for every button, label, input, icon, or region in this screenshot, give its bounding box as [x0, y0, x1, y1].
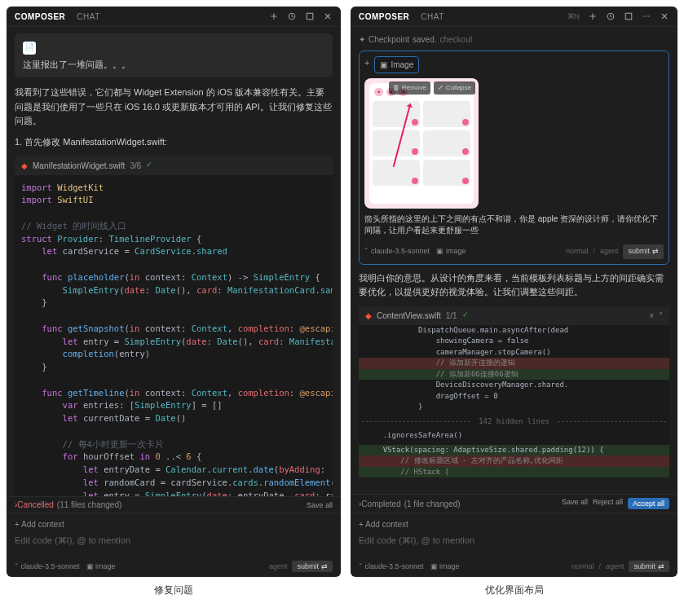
history-icon[interactable]	[287, 11, 297, 21]
edit-input[interactable]: Edit code (⌘I), @ to mention	[15, 532, 333, 549]
svg-point-4	[643, 15, 645, 17]
accept-all-button[interactable]: Accept all	[628, 498, 669, 509]
mode-normal[interactable]: normal	[566, 246, 589, 257]
tab-chat[interactable]: CHAT	[421, 12, 443, 21]
submit-button[interactable]: submit ⇄	[623, 244, 664, 259]
file-count: 3/6	[130, 160, 141, 172]
status-bar: › Cancelled (11 files changed) Save all	[7, 496, 341, 513]
status-label: Cancelled	[17, 500, 53, 509]
input-area: + Add context Edit code (⌘I), @ to menti…	[351, 513, 677, 556]
tab-composer[interactable]: COMPOSER	[359, 12, 409, 21]
file-header[interactable]: ◆ ManifestationWidget.swift 3/6 ✓	[15, 156, 333, 175]
file-count: 1/1	[446, 310, 457, 322]
collapse-button[interactable]: ⤢ Collapse	[434, 81, 475, 95]
composer-panel-right: COMPOSER CHAT ⌘N ✦ Checkpoint saved. che…	[351, 7, 677, 577]
mode-agent[interactable]: agent	[606, 562, 624, 570]
new-icon[interactable]	[269, 11, 279, 21]
panel-caption: 修复问题	[7, 577, 341, 597]
svg-point-5	[646, 15, 647, 17]
tab-composer[interactable]: COMPOSER	[15, 12, 65, 21]
status-detail: (1 file changed)	[404, 499, 461, 508]
add-attachment-icon[interactable]: +	[364, 56, 369, 70]
swift-icon: ◆	[365, 310, 372, 322]
submit-button[interactable]: submit ⇄	[629, 561, 669, 572]
check-icon: ✓	[146, 160, 152, 171]
model-selector[interactable]: ˅ claude-3.5-sonnet	[364, 246, 430, 257]
image-chip[interactable]: ▣ image	[86, 562, 116, 570]
status-bar: › Completed (1 file changed) Save all Re…	[351, 494, 677, 513]
maximize-icon[interactable]	[624, 11, 633, 21]
add-context-button[interactable]: + Add context	[359, 520, 669, 529]
mode-normal[interactable]: normal	[571, 562, 594, 570]
image-chip[interactable]: ▣ image	[430, 562, 460, 570]
save-all-button[interactable]: Save all	[307, 501, 333, 509]
image-chip[interactable]: ▣ image	[436, 246, 466, 257]
close-icon[interactable]	[660, 11, 669, 21]
submit-button[interactable]: submit ⇄	[292, 561, 333, 572]
panel-header: COMPOSER CHAT	[7, 7, 341, 27]
add-context-button[interactable]: + Add context	[15, 520, 333, 529]
hidden-lines[interactable]: 142 hidden lines	[359, 413, 669, 431]
step-1: 1. 首先修改 ManifestationWidget.swift:	[15, 135, 333, 150]
image-caption: 箭头所指的这里的上下之间的有点不和谐，你是 apple 资深的设计师，请你优化下…	[364, 213, 664, 236]
footer: ˅ claude-3.5-sonnet ▣ image agent submit…	[7, 556, 341, 577]
status-label: Completed	[361, 499, 400, 508]
image-chip[interactable]: ▣ Image	[374, 56, 419, 73]
svg-rect-1	[307, 13, 313, 20]
image-attachment: + ▣ Image 🗑 Remove ⤢ Collapse ●●●	[359, 51, 669, 265]
assistant-response: 我看到了这些错误，它们都与 Widget Extension 的 iOS 版本兼…	[15, 86, 333, 129]
panel-header: COMPOSER CHAT ⌘N	[351, 7, 677, 27]
attachment-icon: 📄	[23, 42, 36, 55]
footer: ˅ claude-3.5-sonnet ▣ image normal / age…	[351, 556, 677, 577]
user-message-text: 这里报出了一堆问题。。。	[23, 58, 324, 72]
remove-button[interactable]: 🗑 Remove	[389, 81, 430, 95]
close-icon[interactable]	[323, 11, 333, 21]
file-name: ManifestationWidget.swift	[33, 160, 125, 172]
model-selector[interactable]: ˅ claude-3.5-sonnet	[359, 562, 424, 570]
status-detail: (11 files changed)	[57, 500, 122, 509]
image-preview[interactable]: 🗑 Remove ⤢ Collapse ●●●	[364, 78, 479, 209]
tab-chat[interactable]: CHAT	[77, 12, 99, 21]
reject-all-button[interactable]: Reject all	[593, 498, 623, 509]
mode-agent[interactable]: agent	[600, 246, 619, 257]
composer-panel-left: COMPOSER CHAT 📄 这里报出了一堆问题。。。 我看到了这些错误，它们…	[7, 7, 341, 577]
more-icon[interactable]	[642, 11, 651, 21]
panel-caption: 优化界面布局	[351, 577, 677, 597]
shortcut-label: ⌘N	[567, 12, 580, 20]
assistant-response: 我明白你的意思。从设计的角度来看，当前模板列表标题与上方的间距确实需要优化，以提…	[359, 271, 669, 300]
pin-icon: ✦	[359, 33, 365, 46]
model-selector[interactable]: ˅ claude-3.5-sonnet	[15, 562, 80, 570]
svg-point-6	[648, 15, 650, 17]
new-icon[interactable]	[588, 11, 598, 21]
code-block: import WidgetKit import SwiftUI // Widge…	[15, 175, 333, 496]
file-header[interactable]: ◆ ContentView.swift 1/1 ✓ × ˅	[359, 306, 669, 325]
user-message: 📄 这里报出了一堆问题。。。	[15, 33, 333, 77]
swift-icon: ◆	[21, 160, 28, 172]
diff-block: DispatchQueue.main.asyncAfter(dead showi…	[359, 325, 669, 478]
checkpoint: ✦ Checkpoint saved. checkout	[359, 33, 669, 46]
history-icon[interactable]	[606, 11, 616, 21]
chevron-icon[interactable]: ˅	[659, 310, 663, 322]
mode-agent[interactable]: agent	[269, 562, 288, 570]
svg-rect-3	[625, 13, 632, 20]
close-file-icon[interactable]: ×	[649, 310, 654, 322]
input-area: + Add context Edit code (⌘I), @ to menti…	[7, 513, 341, 556]
edit-input[interactable]: Edit code (⌘I), @ to mention	[359, 532, 669, 549]
check-icon: ✓	[462, 310, 469, 321]
save-all-button[interactable]: Save all	[562, 498, 588, 509]
file-name: ContentView.swift	[377, 310, 441, 322]
maximize-icon[interactable]	[305, 11, 315, 21]
